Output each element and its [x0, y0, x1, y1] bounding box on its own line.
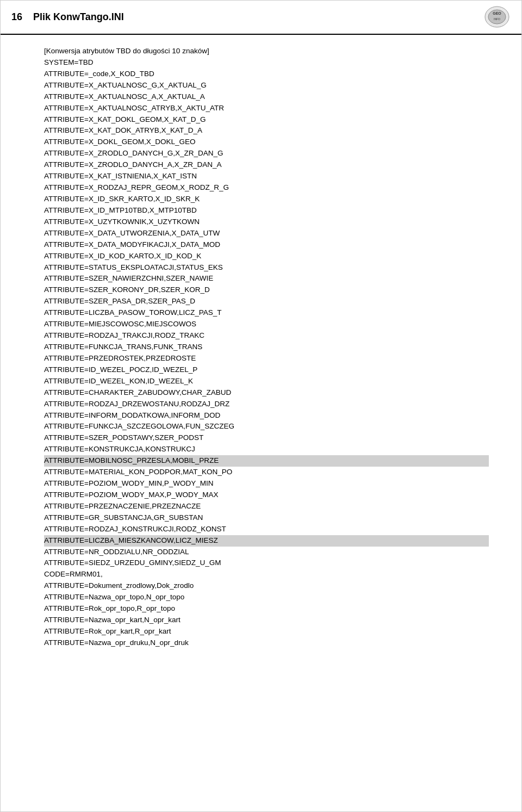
content-line: SYSTEM=TBD	[44, 57, 489, 69]
content-line: ATTRIBUTE=Nazwa_opr_druku,N_opr_druk	[44, 637, 489, 649]
content-line: ATTRIBUTE=MATERIAL_KON_PODPOR,MAT_KON_PO	[44, 467, 489, 478]
header-left: 16 Plik KonwTango.INI	[11, 11, 124, 23]
content-line: ATTRIBUTE=X_ID_SKR_KARTO,X_ID_SKR_K	[44, 194, 489, 205]
content-line: ATTRIBUTE=PRZEZNACZENIE,PRZEZNACZE	[44, 501, 489, 512]
content-line: ATTRIBUTE=MIEJSCOWOSC,MIEJSCOWOS	[44, 319, 489, 330]
content-line: ATTRIBUTE=KONSTRUKCJA,KONSTRUKCJ	[44, 444, 489, 455]
svg-text:INFO: INFO	[494, 17, 500, 21]
content-line: ATTRIBUTE=X_RODZAJ_REPR_GEOM,X_RODZ_R_G	[44, 182, 489, 194]
content-line: ATTRIBUTE=Nazwa_opr_kart,N_opr_kart	[44, 615, 489, 626]
content-line: ATTRIBUTE=LICZBA_MIESZKANCOW,LICZ_MIESZ	[44, 535, 489, 547]
content-line: ATTRIBUTE=SIEDZ_URZEDU_GMINY,SIEDZ_U_GM	[44, 557, 489, 569]
page-number: 16	[11, 11, 22, 23]
content-line: ATTRIBUTE=SZER_KORONY_DR,SZER_KOR_D	[44, 284, 489, 296]
content-line: ATTRIBUTE=POZIOM_WODY_MIN,P_WODY_MIN	[44, 478, 489, 489]
content-line: ATTRIBUTE=CHARAKTER_ZABUDOWY,CHAR_ZABUD	[44, 387, 489, 399]
content-line: ATTRIBUTE=Dokument_zrodlowy,Dok_zrodlo	[44, 580, 489, 592]
content-line: ATTRIBUTE=X_AKTUALNOSC_G,X_AKTUAL_G	[44, 80, 489, 91]
content-line: ATTRIBUTE=X_ID_KOD_KARTO,X_ID_KOD_K	[44, 251, 489, 262]
content-line: ATTRIBUTE=X_UZYTKOWNIK,X_UZYTKOWN	[44, 216, 489, 228]
content-line: ATTRIBUTE=X_ZRODLO_DANYCH_G,X_ZR_DAN_G	[44, 148, 489, 159]
content-line: ATTRIBUTE=Rok_opr_topo,R_opr_topo	[44, 603, 489, 615]
content-line: ATTRIBUTE=ID_WEZEL_KON,ID_WEZEL_K	[44, 376, 489, 387]
content-line: ATTRIBUTE=NR_ODDZIALU,NR_ODDZIAL	[44, 547, 489, 558]
svg-text:GEO: GEO	[493, 11, 501, 15]
content-line: ATTRIBUTE=X_DOKL_GEOM,X_DOKL_GEO	[44, 137, 489, 148]
content-line: ATTRIBUTE=INFORM_DODATKOWA,INFORM_DOD	[44, 410, 489, 422]
page-title: Plik KonwTango.INI	[33, 11, 124, 23]
content-line: ATTRIBUTE=X_ZRODLO_DANYCH_A,X_ZR_DAN_A	[44, 159, 489, 171]
page-content: [Konwersja atrybutów TBD do długości 10 …	[1, 35, 521, 660]
content-line: ATTRIBUTE=SZER_PASA_DR,SZER_PAS_D	[44, 296, 489, 307]
content-line: ATTRIBUTE=LICZBA_PASOW_TOROW,LICZ_PAS_T	[44, 307, 489, 319]
content-line: ATTRIBUTE=X_KAT_DOK_ATRYB,X_KAT_D_A	[44, 125, 489, 137]
content-line: ATTRIBUTE=RODZAJ_KONSTRUKCJI,RODZ_KONST	[44, 524, 489, 535]
header-logo: GEO INFO	[483, 5, 511, 29]
content-line: ATTRIBUTE=X_KAT_DOKL_GEOM,X_KAT_D_G	[44, 114, 489, 126]
content-line: ATTRIBUTE=MOBILNOSC_PRZESLA,MOBIL_PRZE	[44, 455, 489, 467]
content-line: ATTRIBUTE=_code,X_KOD_TBD	[44, 69, 489, 80]
content-line: ATTRIBUTE=PRZEDROSTEK,PRZEDROSTE	[44, 353, 489, 364]
content-line: ATTRIBUTE=RODZAJ_DRZEWOSTANU,RODZAJ_DRZ	[44, 399, 489, 410]
content-line: ATTRIBUTE=X_DATA_MODYFIKACJI,X_DATA_MOD	[44, 239, 489, 251]
content-line: ATTRIBUTE=Nazwa_opr_topo,N_opr_topo	[44, 592, 489, 603]
content-block: [Konwersja atrybutów TBD do długości 10 …	[44, 46, 489, 649]
content-line: CODE=RMRM01,	[44, 569, 489, 580]
content-line: ATTRIBUTE=SZER_NAWIERZCHNI,SZER_NAWIE	[44, 273, 489, 284]
content-line: ATTRIBUTE=Rok_opr_kart,R_opr_kart	[44, 626, 489, 637]
content-line: ATTRIBUTE=X_DATA_UTWORZENIA,X_DATA_UTW	[44, 228, 489, 239]
content-line: ATTRIBUTE=X_AKTUALNOSC_ATRYB,X_AKTU_ATR	[44, 103, 489, 114]
content-line: ATTRIBUTE=X_KAT_ISTNIENIA,X_KAT_ISTN	[44, 171, 489, 182]
content-line: ATTRIBUTE=SZER_PODSTAWY,SZER_PODST	[44, 432, 489, 444]
content-line: ATTRIBUTE=RODZAJ_TRAKCJI,RODZ_TRAKC	[44, 330, 489, 342]
content-line: ATTRIBUTE=POZIOM_WODY_MAX,P_WODY_MAX	[44, 489, 489, 501]
content-line: ATTRIBUTE=FUNKCJA_TRANS,FUNK_TRANS	[44, 342, 489, 353]
content-line: ATTRIBUTE=ID_WEZEL_POCZ,ID_WEZEL_P	[44, 364, 489, 376]
content-line: ATTRIBUTE=STATUS_EKSPLOATACJI,STATUS_EKS	[44, 262, 489, 274]
page-header: 16 Plik KonwTango.INI GEO INFO	[1, 1, 521, 35]
content-line: [Konwersja atrybutów TBD do długości 10 …	[44, 46, 489, 57]
content-line: ATTRIBUTE=FUNKCJA_SZCZEGOLOWA,FUN_SZCZEG	[44, 421, 489, 432]
content-line: ATTRIBUTE=X_ID_MTP10TBD,X_MTP10TBD	[44, 205, 489, 216]
content-line: ATTRIBUTE=GR_SUBSTANCJA,GR_SUBSTAN	[44, 512, 489, 524]
content-line: ATTRIBUTE=X_AKTUALNOSC_A,X_AKTUAL_A	[44, 91, 489, 103]
page-container: 16 Plik KonwTango.INI GEO INFO [Konwersj…	[0, 0, 522, 812]
